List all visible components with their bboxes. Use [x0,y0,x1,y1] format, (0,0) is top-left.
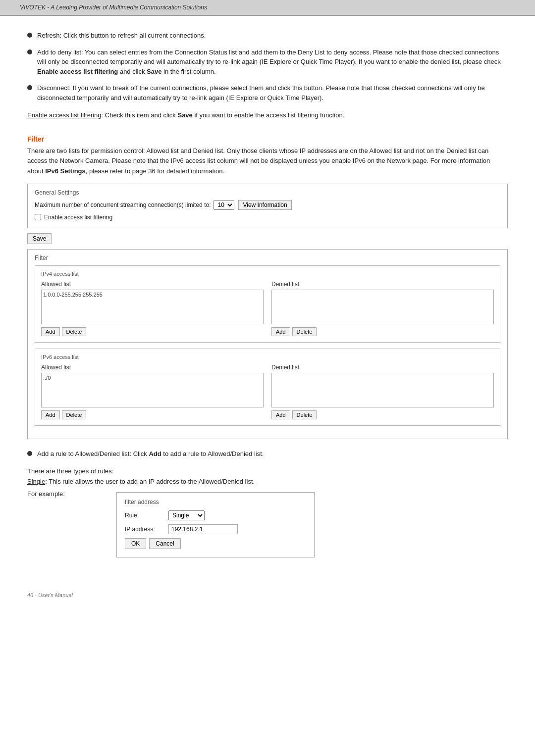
ipv4-access-list: IPv4 access list Allowed list 1.0.0.0-25… [35,265,500,343]
ipv4-legend: IPv4 access list [41,271,494,277]
filter-section: Filter IPv4 access list Allowed list 1.0… [27,249,508,439]
enable-access-label: Enable access list filtering [44,214,112,221]
ipv6-allowed-list: ::/0 [41,373,264,407]
ipv6-allowed-header: Allowed list [41,364,264,371]
ipv4-allowed-delete-button[interactable]: Delete [62,327,87,336]
ipv6-denied-list [271,373,494,407]
bullet-icon-add-deny [27,50,32,54]
page-footer: 46 - User's Manual [0,587,535,603]
ipv6-legend: IPv6 access list [41,354,494,360]
page-header: VIVOTEK - A Leading Provider of Multimed… [0,0,535,16]
max-connection-label: Maximum number of concurrent streaming c… [35,202,211,208]
ipv4-denied-delete-button[interactable]: Delete [292,327,317,336]
bullet-add-deny: Add to deny list: You can select entries… [27,48,508,77]
ipv6-access-list: IPv6 access list Allowed list ::/0 Add D… [35,349,500,426]
add-rule-text: Add a rule to Allowed/Denied list: Click… [37,449,508,459]
filter-address-box: filter address Rule: Single Network Rang… [116,492,315,557]
ipv6-allowed-value: ::/0 [43,375,262,381]
bullet-list: Refresh: Click this button to refresh al… [27,31,508,102]
ip-address-input[interactable] [168,524,238,534]
ipv4-denied-list [271,290,494,324]
ipv4-allowed-value: 1.0.0.0-255.255.255.255 [43,292,262,298]
general-settings-box: General Settings Maximum number of concu… [27,184,508,228]
for-example-row: For example: filter address Rule: Single… [27,490,508,567]
save-button[interactable]: Save [27,233,52,244]
bullet-text-refresh: Refresh: Click this button to refresh al… [37,31,508,41]
max-connection-row: Maximum number of concurrent streaming c… [35,200,500,210]
bullet-text-add-deny: Add to deny list: You can select entries… [37,48,508,77]
filter-description: There are two lists for permission contr… [27,146,508,177]
ipv4-allowed-column: Allowed list 1.0.0.0-255.255.255.255 Add… [41,281,264,336]
ipv4-denied-header: Denied list [271,281,494,288]
ipv4-allowed-add-button[interactable]: Add [41,327,60,336]
rule-label: Rule: [125,512,164,519]
add-rule-item: Add a rule to Allowed/Denied list: Click… [27,449,508,459]
ip-address-row: IP address: [125,524,306,534]
ok-cancel-row: OK Cancel [125,538,306,549]
enable-access-checkbox[interactable] [35,214,41,220]
ipv6-denied-add-button[interactable]: Add [271,410,290,419]
enable-access-row: Enable access list filtering [35,214,500,221]
bullet-refresh: Refresh: Click this button to refresh al… [27,31,508,41]
ipv4-allowed-header: Allowed list [41,281,264,288]
rule-select[interactable]: Single Network Range [168,510,205,520]
ipv6-allowed-add-button[interactable]: Add [41,410,60,419]
ip-address-label: IP address: [125,526,164,533]
view-information-button[interactable]: View Information [238,200,291,210]
filter-section-legend: Filter [35,254,500,261]
ipv4-denied-column: Denied list Add Delete [271,281,494,336]
enable-access-underline: Enable access list filtering [27,111,102,119]
ipv6-allowed-delete-button[interactable]: Delete [62,410,87,419]
ipv4-columns: Allowed list 1.0.0.0-255.255.255.255 Add… [41,281,494,336]
max-connection-select[interactable]: 10 [214,200,234,210]
bullet-icon-refresh [27,33,32,38]
ipv4-denied-add-button[interactable]: Add [271,327,290,336]
cancel-button[interactable]: Cancel [149,538,180,549]
ipv6-denied-delete-button[interactable]: Delete [292,410,317,419]
page-content: Refresh: Click this button to refresh al… [0,16,535,587]
for-example-label: For example: [27,490,72,498]
footer-text: 46 - User's Manual [27,592,73,598]
three-types-intro: There are three types of rules: Single: … [27,466,508,487]
header-title: VIVOTEK - A Leading Provider of Multimed… [20,4,207,11]
bullet-text-disconnect: Disconnect: If you want to break off the… [37,83,508,102]
single-underline: Single [27,478,45,485]
ipv6-denied-header: Denied list [271,364,494,371]
ipv6-denied-actions: Add Delete [271,410,494,419]
enable-access-description: Enable access list filtering: Check this… [27,110,508,120]
ipv6-columns: Allowed list ::/0 Add Delete Denied list [41,364,494,419]
filter-heading: Filter [27,135,508,143]
ipv4-allowed-actions: Add Delete [41,327,264,336]
add-rule-bullet: Add a rule to Allowed/Denied list: Click… [27,449,508,459]
ipv6-allowed-column: Allowed list ::/0 Add Delete [41,364,264,419]
bullet-icon-disconnect [27,85,32,90]
bullet-disconnect: Disconnect: If you want to break off the… [27,83,508,102]
ipv4-allowed-list: 1.0.0.0-255.255.255.255 [41,290,264,324]
ipv6-denied-column: Denied list Add Delete [271,364,494,419]
ipv4-denied-actions: Add Delete [271,327,494,336]
ipv6-allowed-actions: Add Delete [41,410,264,419]
ok-button[interactable]: OK [125,538,146,549]
rule-row: Rule: Single Network Range [125,510,306,520]
general-settings-legend: General Settings [35,189,500,196]
bullet-icon-add-rule [27,451,32,456]
filter-address-legend: filter address [125,499,306,505]
